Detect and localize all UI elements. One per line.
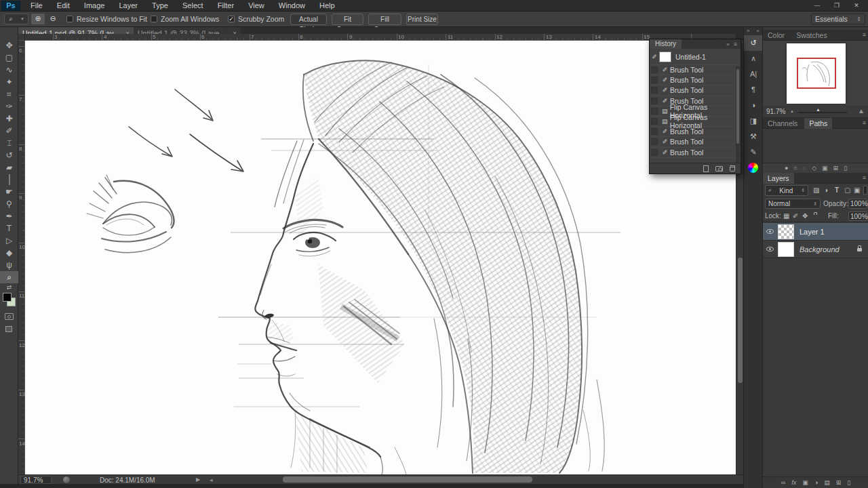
work-path-icon[interactable]: ◇: [812, 165, 816, 171]
menu-layer[interactable]: Layer: [113, 0, 144, 12]
panel-menu-icon[interactable]: ≡: [863, 31, 866, 38]
history-brush-tool[interactable]: ↺: [0, 149, 18, 161]
fill-path-icon[interactable]: ●: [785, 165, 788, 171]
tab-swatches[interactable]: Swatches: [791, 30, 832, 41]
scrubby-zoom-checkbox[interactable]: ✓ Scrubby Zoom: [228, 15, 284, 23]
link-layers-icon[interactable]: ∞: [781, 479, 785, 486]
zoom-in-mountain-icon[interactable]: ▲: [858, 107, 865, 115]
layer-thumbnail[interactable]: [778, 224, 794, 239]
lasso-tool[interactable]: ∿: [0, 64, 18, 76]
history-source-well[interactable]: [651, 118, 658, 125]
current-tool-chip[interactable]: ⌕ ▾: [4, 14, 28, 24]
layer-thumbnail[interactable]: [778, 242, 794, 257]
new-path-icon[interactable]: ⊞: [833, 165, 839, 171]
layer-style-fx-icon[interactable]: fx: [791, 479, 796, 486]
new-document-from-state-icon[interactable]: [703, 165, 709, 172]
slider-thumb-icon[interactable]: ▲: [816, 107, 821, 112]
filter-adjustment-icon[interactable]: ◑: [824, 186, 828, 194]
stroke-path-icon[interactable]: ○: [793, 165, 797, 171]
checkbox-icon[interactable]: [66, 16, 73, 22]
horizontal-scroll-thumb[interactable]: [283, 476, 532, 483]
fill-value[interactable]: 100% ▾: [848, 211, 867, 221]
tool-presets-panel-icon[interactable]: ⚒: [744, 129, 763, 144]
zoom-level-field[interactable]: 91.7%: [20, 476, 52, 484]
filter-smart-object-icon[interactable]: ▣: [854, 186, 860, 194]
history-snapshot-row[interactable]: ✐ Untitled-1: [650, 49, 741, 65]
workspace-switcher[interactable]: Essentials ⇕: [811, 14, 865, 24]
filter-switch[interactable]: [863, 186, 867, 195]
filter-pixel-icon[interactable]: ▨: [813, 186, 819, 194]
close-button[interactable]: ✕: [848, 1, 865, 10]
smudge-tool[interactable]: ☛: [0, 186, 18, 198]
menu-edit[interactable]: Edit: [51, 0, 76, 12]
menu-view[interactable]: View: [242, 0, 271, 12]
screen-mode-button[interactable]: [5, 326, 12, 332]
layer-group-icon[interactable]: ▤: [824, 479, 830, 486]
history-source-well[interactable]: [651, 87, 658, 94]
layer-filter-dropdown[interactable]: ⌕ Kind ⇕: [765, 185, 808, 196]
menu-select[interactable]: Select: [176, 0, 210, 12]
history-scrollbar[interactable]: [736, 66, 740, 163]
brush-tool[interactable]: ✐: [0, 125, 18, 137]
delete-path-icon[interactable]: ▯: [844, 165, 847, 171]
dock-close-icon[interactable]: ×: [756, 27, 760, 35]
pen-tool[interactable]: ✒: [0, 210, 18, 222]
hand-tool[interactable]: ψ: [0, 259, 18, 271]
menu-file[interactable]: File: [24, 0, 49, 12]
dodge-tool[interactable]: ⚲: [0, 198, 18, 210]
shape-tool[interactable]: ◆: [0, 247, 18, 259]
print-size-button[interactable]: Print Size: [406, 14, 438, 25]
checkbox-icon[interactable]: [151, 16, 157, 22]
zoom-out-button[interactable]: ⊖: [46, 14, 60, 24]
properties-panel-icon[interactable]: ◨: [744, 113, 763, 129]
load-path-selection-icon[interactable]: ◌: [803, 165, 806, 171]
horizontal-ruler[interactable]: 3 4 5 6 7 8 9 10 11 12 13 14 15: [25, 34, 736, 41]
history-source-well[interactable]: [651, 77, 658, 83]
layer-mask-icon[interactable]: ▣: [802, 479, 808, 486]
adjustment-layer-icon[interactable]: ◑: [814, 479, 818, 486]
history-source-well[interactable]: [651, 138, 658, 145]
history-step[interactable]: ▤ Flip Canvas Horizontal: [650, 117, 741, 127]
crop-tool[interactable]: ⌗: [0, 88, 18, 100]
panel-menu-icon[interactable]: ≡: [734, 41, 737, 47]
brush-panel-icon[interactable]: ✎: [744, 144, 763, 160]
foreground-color-swatch[interactable]: [3, 293, 12, 302]
panel-menu-icon[interactable]: ≡: [863, 174, 866, 181]
blend-mode-dropdown[interactable]: Normal ⇕: [765, 199, 821, 209]
lock-transparency-icon[interactable]: ▦: [783, 212, 789, 220]
marquee-tool[interactable]: ▢: [0, 52, 18, 64]
history-scroll-thumb[interactable]: [736, 69, 739, 144]
gradient-tool[interactable]: [0, 174, 18, 186]
paragraph-panel-icon[interactable]: ¶: [744, 82, 763, 98]
status-flyout-icon[interactable]: ▶: [196, 476, 200, 483]
adobe-drive-icon[interactable]: [63, 476, 70, 483]
adjustments-panel-icon[interactable]: ◑: [744, 98, 763, 113]
menu-image[interactable]: Image: [78, 0, 111, 12]
vertical-ruler[interactable]: 6 7 8 9 10 11 12 13 14: [18, 41, 25, 484]
delete-layer-icon[interactable]: ▯: [847, 479, 850, 486]
history-source-well[interactable]: [651, 128, 658, 135]
history-source-well[interactable]: [651, 98, 658, 104]
character-panel-icon[interactable]: A|: [744, 66, 763, 82]
history-panel-header[interactable]: History » ≡: [650, 39, 741, 49]
menu-type[interactable]: Type: [146, 0, 174, 12]
histogram-panel-icon[interactable]: ∧: [744, 51, 763, 66]
filter-type-icon[interactable]: T: [835, 186, 839, 194]
lock-paint-icon[interactable]: ✐: [793, 212, 798, 220]
history-step[interactable]: ✐ Brush Tool: [650, 148, 741, 158]
clone-stamp-tool[interactable]: ⌶: [0, 137, 18, 149]
swap-colors-icon[interactable]: ⇄: [0, 283, 18, 293]
fill-screen-button[interactable]: Fill Screen: [368, 14, 401, 25]
fit-screen-button[interactable]: Fit Screen: [332, 14, 363, 25]
opacity-value[interactable]: 100% ▾: [848, 199, 867, 209]
tab-paths[interactable]: Paths: [804, 118, 832, 129]
menu-window[interactable]: Window: [273, 0, 311, 12]
history-step[interactable]: ✐ Brush Tool: [650, 85, 741, 96]
restore-button[interactable]: ❐: [828, 1, 846, 10]
zoom-tool-selected[interactable]: ⌕: [0, 271, 18, 283]
zoom-in-button[interactable]: ⊕: [31, 14, 45, 24]
panel-menu-icon[interactable]: ≡: [863, 119, 866, 126]
history-panel-icon[interactable]: ↺: [744, 35, 763, 51]
navigator-view-rectangle[interactable]: [797, 58, 836, 89]
lock-position-icon[interactable]: ✥: [802, 212, 808, 220]
